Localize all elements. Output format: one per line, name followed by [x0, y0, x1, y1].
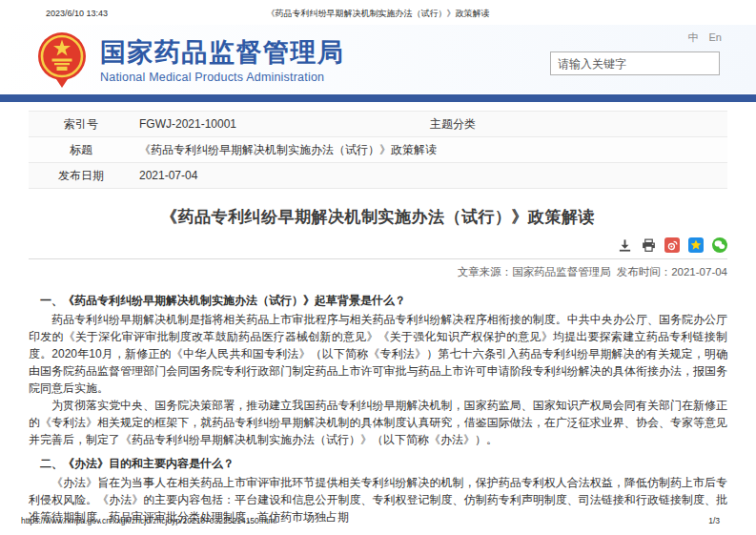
search-input[interactable]: [550, 51, 720, 75]
meta-value-title: 《药品专利纠纷早期解决机制实施办法（试行）》政策解读: [133, 142, 727, 158]
site-header: 国家药品监督管理局 National Medical Products Admi…: [0, 25, 756, 93]
org-name-cn: 国家药品监督管理局: [100, 37, 345, 68]
national-emblem-logo: [36, 31, 88, 90]
lang-zh-button[interactable]: 中: [687, 31, 698, 43]
source-line: 文章来源：国家药品监督管理局发布时间：2021-07-04: [29, 265, 727, 279]
org-name-en: National Medical Products Administration: [100, 71, 345, 84]
print-doc-title: 《药品专利纠纷早期解决机制实施办法（试行）》政策解读: [0, 8, 756, 20]
download-icon[interactable]: [617, 237, 632, 253]
meta-row-pubdate: 发布日期 2021-07-04: [29, 163, 727, 189]
meta-value-index: FGWJ-2021-10001: [133, 117, 400, 131]
paragraph: 药品专利纠纷早期解决机制是指将相关药品上市审批程序与相关药品专利纠纷解决程序相衔…: [29, 311, 727, 397]
article-toolbar: [29, 237, 727, 259]
meta-label-index: 索引号: [29, 116, 133, 133]
wechat-icon[interactable]: [712, 237, 727, 253]
language-toggle: 中 En: [550, 31, 722, 45]
print-footer-url: https://www.nmpa.gov.cn/xxgk/zhcjd/zhcjd…: [21, 516, 276, 525]
meta-row-index: 索引号 FGWJ-2021-10001 主题分类: [29, 112, 727, 137]
source-value: 国家药品监督管理局: [512, 266, 611, 278]
article-body: 一、《药品专利纠纷早期解决机制实施办法（试行）》起草背景是什么？ 药品专利纠纷早…: [29, 292, 727, 525]
site-logo[interactable]: 国家药品监督管理局 National Medical Products Admi…: [36, 31, 345, 90]
content: 索引号 FGWJ-2021-10001 主题分类 标题 《药品专利纠纷早期解决机…: [29, 111, 727, 525]
section-heading-2: 二、《办法》目的和主要内容是什么？: [29, 455, 727, 472]
meta-table: 索引号 FGWJ-2021-10001 主题分类 标题 《药品专利纠纷早期解决机…: [29, 111, 727, 189]
meta-value-pubdate: 2021-07-04: [133, 169, 727, 182]
org-names: 国家药品监督管理局 National Medical Products Admi…: [100, 37, 345, 84]
qzone-icon[interactable]: [688, 237, 704, 253]
section-heading-1: 一、《药品专利纠纷早期解决机制实施办法（试行）》起草背景是什么？: [29, 292, 727, 309]
meta-row-title: 标题 《药品专利纠纷早期解决机制实施办法（试行）》政策解读: [29, 137, 727, 163]
print-datetime: 2023/6/10 13:43: [46, 9, 108, 18]
source-label: 文章来源：: [458, 266, 513, 278]
print-footer-page: 1/3: [708, 516, 720, 525]
print-header: 2023/6/10 13:43 《药品专利纠纷早期解决机制实施办法（试行）》政策…: [0, 8, 756, 21]
pubtime-value: 2021-07-04: [671, 266, 727, 278]
paragraph: 为贯彻落实党中央、国务院决策部署，推动建立我国药品专利纠纷早期解决机制，国家药监…: [29, 397, 727, 448]
lang-en-button[interactable]: En: [709, 31, 722, 43]
header-right: 中 En: [550, 31, 722, 75]
print-icon[interactable]: [641, 237, 656, 253]
meta-label-pubdate: 发布日期: [29, 168, 133, 184]
meta-label-topic: 主题分类: [400, 116, 505, 133]
weibo-icon[interactable]: [664, 237, 680, 253]
meta-label-title: 标题: [29, 142, 133, 158]
page: 2023/6/10 13:43 《药品专利纠纷早期解决机制实施办法（试行）》政策…: [0, 0, 756, 535]
article-title: 《药品专利纠纷早期解决机制实施办法（试行）》政策解读: [29, 206, 727, 228]
print-footer: https://www.nmpa.gov.cn/xxgk/zhcjd/zhcjd…: [21, 516, 720, 525]
pubtime-label: 发布时间：: [617, 266, 672, 278]
nav-bar: [0, 94, 756, 102]
